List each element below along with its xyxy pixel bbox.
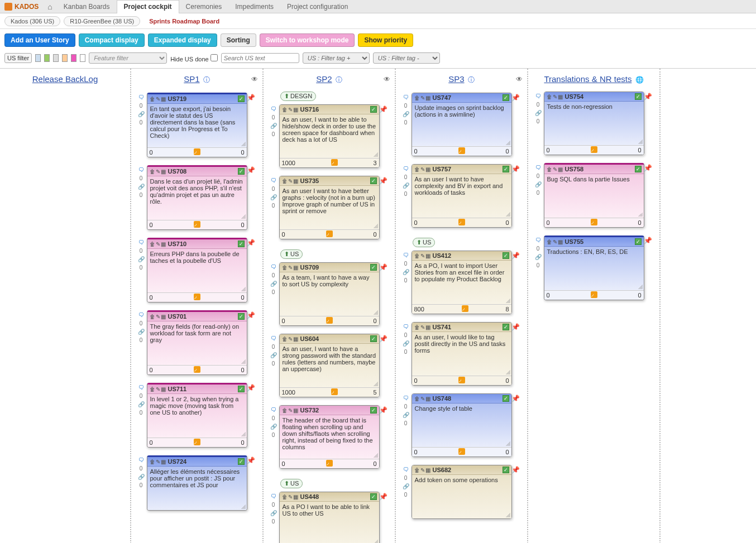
trash-icon[interactable]: 🗑 — [150, 314, 155, 320]
user-story-card[interactable]: 🗨0🔗0📌🗑✎▦US758✓Bug SQL dans la partie Iss… — [544, 163, 644, 228]
calendar-icon[interactable]: ▦ — [425, 95, 430, 101]
trash-icon[interactable]: 🗑 — [547, 94, 552, 100]
status-checkbox-icon[interactable]: ✓ — [238, 313, 245, 320]
calendar-icon[interactable]: ▦ — [293, 336, 298, 342]
link-icon[interactable]: 🔗 — [535, 109, 542, 117]
workshop-mode-button[interactable]: Switch to workshop mode — [260, 33, 355, 47]
user-story-card[interactable]: 🗨0🔗0📌🗑✎▦US708✓Dans le cas d'un projet li… — [147, 165, 247, 230]
pin-icon[interactable]: 📌 — [247, 311, 255, 319]
rss-icon[interactable] — [194, 221, 200, 228]
pin-icon[interactable]: 📌 — [379, 105, 387, 113]
filter-swatch[interactable] — [35, 54, 41, 62]
user-story-card[interactable]: 🗨0🔗0📌🗑✎▦US755✓Traductions : EN, BR, ES, … — [544, 236, 644, 300]
pin-icon[interactable]: 📌 — [511, 395, 520, 402]
link-icon[interactable]: 🔗 — [138, 256, 145, 263]
edit-icon[interactable]: ✎ — [553, 166, 557, 172]
edit-icon[interactable]: ✎ — [156, 386, 160, 392]
calendar-icon[interactable]: ▦ — [558, 94, 563, 100]
eye-icon[interactable]: 👁 — [516, 75, 523, 83]
user-story-card[interactable]: 🗨0🔗0📌🗑✎▦US711✓In level 1 or 2, bug when … — [147, 383, 247, 448]
user-story-card[interactable]: 🗨0🔗0📌🗑✎▦US716✓As an user, I want to be a… — [279, 104, 380, 168]
edit-icon[interactable]: ✎ — [288, 107, 293, 113]
link-icon[interactable]: 🔗 — [403, 411, 409, 419]
trash-icon[interactable]: 🗑 — [282, 407, 288, 414]
link-icon[interactable]: 🔗 — [270, 510, 277, 517]
edit-icon[interactable]: ✎ — [420, 253, 425, 259]
trash-icon[interactable]: 🗑 — [414, 95, 420, 101]
rss-icon[interactable] — [331, 159, 338, 166]
status-checkbox-icon[interactable]: ✓ — [503, 94, 509, 101]
calendar-icon[interactable]: ▦ — [293, 494, 298, 500]
rss-icon[interactable] — [326, 230, 333, 237]
nav-tab[interactable]: Project configuration — [280, 0, 355, 13]
status-checkbox-icon[interactable]: ✓ — [503, 467, 509, 473]
pin-icon[interactable]: 📌 — [644, 164, 652, 172]
pin-icon[interactable]: 📌 — [511, 94, 520, 102]
status-checkbox-icon[interactable]: ✓ — [370, 106, 377, 113]
link-icon[interactable]: 🔗 — [403, 340, 409, 348]
column-title-link[interactable]: SP3 — [448, 74, 464, 84]
edit-icon[interactable]: ✎ — [288, 407, 293, 414]
sorting-button[interactable]: Sorting — [221, 33, 256, 47]
rss-icon[interactable] — [591, 291, 597, 298]
pin-icon[interactable]: 📌 — [247, 384, 255, 392]
show-priority-button[interactable]: Show priority — [358, 33, 413, 47]
user-story-card[interactable]: 🗨0🔗0📌🗑✎▦US732✓The header of the board th… — [279, 405, 380, 469]
status-checkbox-icon[interactable]: ✓ — [503, 395, 509, 402]
pin-icon[interactable]: 📌 — [379, 263, 387, 271]
rss-icon[interactable] — [331, 388, 338, 395]
user-story-card[interactable]: 🗨0🔗0📌🗑✎▦US735✓As an user I want to have … — [279, 176, 380, 239]
edit-icon[interactable]: ✎ — [156, 314, 160, 320]
link-icon[interactable]: 🔗 — [138, 473, 145, 481]
comment-icon[interactable]: 🗨 — [403, 252, 409, 260]
rss-icon[interactable] — [458, 219, 465, 225]
calendar-icon[interactable]: ▦ — [293, 107, 298, 113]
pin-icon[interactable]: 📌 — [247, 94, 255, 102]
calendar-icon[interactable]: ▦ — [161, 169, 166, 175]
comment-icon[interactable]: 🗨 — [138, 239, 144, 247]
user-story-card[interactable]: 🗨0🔗0📌🗑✎▦US719✓En tant que export, j'ai b… — [147, 93, 247, 157]
link-icon[interactable]: 🔗 — [270, 280, 277, 288]
edit-icon[interactable]: ✎ — [156, 241, 160, 247]
user-story-card[interactable]: 🗨0🔗0📌🗑✎▦US757✓As an user I want to have … — [412, 164, 512, 228]
status-checkbox-icon[interactable]: ✓ — [503, 252, 509, 259]
trash-icon[interactable]: 🗑 — [547, 239, 552, 245]
group-tag-label[interactable]: ⬆DESGN — [280, 92, 316, 101]
comment-icon[interactable]: 🗨 — [271, 335, 276, 343]
user-story-card[interactable]: 🗨0🔗0📌🗑✎▦US710✓Erreurs PHP dans la poubel… — [147, 238, 247, 302]
hide-us-done-label[interactable]: Hide US done — [170, 54, 218, 63]
user-story-card[interactable]: 🗨0🔗0📌🗑✎▦US747✓Update images on sprint ba… — [412, 93, 512, 156]
calendar-icon[interactable]: ▦ — [293, 407, 298, 414]
status-checkbox-icon[interactable]: ✓ — [370, 407, 377, 414]
status-checkbox-icon[interactable]: ✓ — [238, 241, 245, 247]
edit-icon[interactable]: ✎ — [420, 396, 425, 402]
trash-icon[interactable]: 🗑 — [547, 166, 552, 172]
user-story-card[interactable]: 🗨0🔗0📌🗑✎▦US754✓Tests de non-regression00 — [544, 92, 644, 155]
user-story-card[interactable]: 🗨0🔗0📌🗑✎▦US724✓Alléger les éléments néces… — [147, 455, 247, 511]
status-checkbox-icon[interactable]: ✓ — [238, 458, 245, 465]
user-story-card[interactable]: 🗨0🔗0📌🗑✎▦US741✓As an user, I would like t… — [412, 322, 512, 386]
edit-icon[interactable]: ✎ — [288, 336, 293, 342]
pin-icon[interactable]: 📌 — [247, 166, 255, 174]
link-icon[interactable]: 🔗 — [138, 401, 145, 409]
edit-icon[interactable]: ✎ — [288, 494, 293, 500]
trash-icon[interactable]: 🗑 — [414, 253, 420, 259]
comment-icon[interactable]: 🗨 — [403, 323, 409, 331]
comment-icon[interactable]: 🗨 — [271, 105, 276, 113]
trash-icon[interactable]: 🗑 — [414, 324, 420, 330]
trash-icon[interactable]: 🗑 — [150, 241, 155, 247]
calendar-icon[interactable]: ▦ — [558, 166, 563, 172]
compact-display-button[interactable]: Compact display — [79, 33, 145, 47]
pin-icon[interactable]: 📌 — [379, 406, 387, 414]
user-story-card[interactable]: 🗨0🔗0📌🗑✎▦US448✓As a PO I want to be able … — [279, 492, 380, 543]
pin-icon[interactable]: 📌 — [247, 456, 255, 464]
calendar-icon[interactable]: ▦ — [161, 459, 166, 465]
trash-icon[interactable]: 🗑 — [282, 494, 288, 500]
home-icon[interactable]: ⌂ — [43, 2, 56, 11]
edit-icon[interactable]: ✎ — [156, 96, 160, 102]
nav-tab[interactable]: Kanban Boards — [57, 0, 117, 13]
comment-icon[interactable]: 🗨 — [271, 177, 276, 185]
link-icon[interactable]: 🔗 — [270, 352, 277, 359]
group-tag-label[interactable]: ⬆US — [280, 479, 303, 488]
edit-icon[interactable]: ✎ — [420, 95, 425, 101]
